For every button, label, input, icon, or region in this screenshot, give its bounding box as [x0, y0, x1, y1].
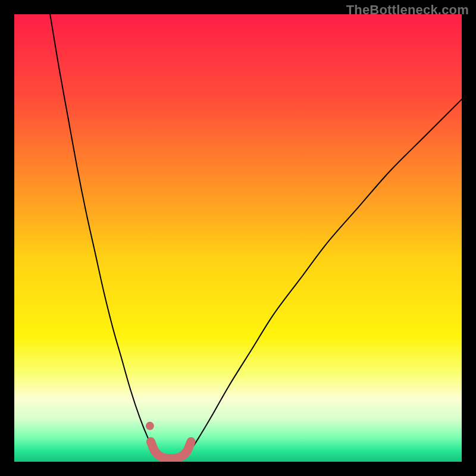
gradient-background: [14, 14, 462, 462]
marker-dot: [146, 422, 154, 430]
plot-area: [14, 14, 462, 462]
chart-frame: TheBottleneck.com: [0, 0, 476, 476]
chart-svg: [14, 14, 462, 462]
